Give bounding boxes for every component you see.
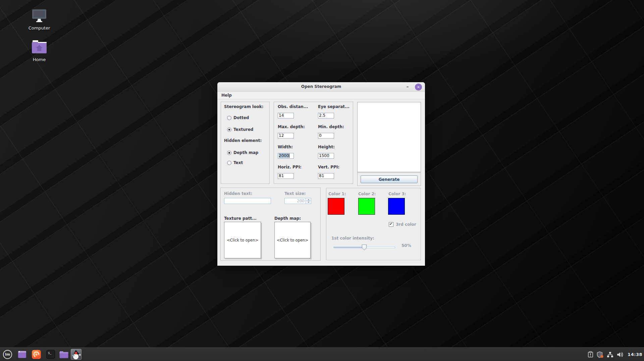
vert-ppi-value: 81	[319, 173, 324, 178]
color2-label: Color 2:	[358, 192, 376, 196]
horiz-ppi-value: 81	[279, 173, 284, 178]
radio-textured-label[interactable]: Textured	[233, 127, 253, 132]
color-panel: Color 1: Color 2: Color 3: 3rd color 1st…	[326, 188, 421, 260]
slider-thumb-face	[362, 245, 367, 250]
max-depth-label: Max. depth:	[278, 124, 305, 129]
window-content: Stereogram look: Dotted Textured Hidden …	[217, 100, 425, 266]
text-size-label: Text size:	[284, 191, 306, 196]
height-label: Height:	[318, 145, 335, 149]
titlebar[interactable]: Open Stereogram – ✕	[217, 82, 425, 92]
radio-dotted-label[interactable]: Dotted	[233, 115, 249, 120]
text-size-value: 200	[285, 198, 306, 204]
java-duke-icon	[71, 349, 81, 359]
terminal-launcher[interactable]: $_	[46, 350, 55, 359]
computer-icon	[31, 9, 47, 23]
open-stereogram-window: Open Stereogram – ✕ Help Stereogram look…	[217, 82, 425, 266]
java-stereogram-app-button[interactable]	[71, 349, 82, 360]
color1-swatch[interactable]	[328, 198, 344, 215]
clock[interactable]: 14:38	[627, 352, 642, 357]
color1-label: Color 1:	[328, 192, 346, 196]
color3-label: Color 3:	[388, 192, 406, 196]
depth-map-placeholder: <Click to open>	[277, 238, 308, 243]
mint-logo-icon: lm	[5, 352, 10, 357]
max-depth-value: 12	[279, 133, 284, 138]
menu-help[interactable]: Help	[220, 93, 233, 98]
text-size-spinner[interactable]: 200	[284, 198, 311, 204]
hidden-text-label: Hidden text:	[224, 191, 252, 196]
height-value: 1500	[319, 153, 329, 158]
spinner-buttons	[306, 198, 311, 204]
parameters-panel: Obs. distan... 14 Eye separat... 2.5 Max…	[274, 102, 353, 184]
slider-thumb[interactable]	[362, 245, 367, 250]
generate-container: Generate	[357, 172, 421, 186]
menubar: Help	[217, 92, 425, 99]
radio-depth-map[interactable]	[227, 151, 231, 155]
radio-dotted[interactable]	[227, 116, 231, 120]
home-folder-icon	[31, 40, 47, 54]
texture-pattern-label: Texture patt...	[224, 216, 257, 221]
eye-separation-field[interactable]: 2.5	[318, 113, 334, 118]
desktop-icon-computer[interactable]: Computer	[28, 9, 51, 31]
obs-distance-label: Obs. distan...	[278, 104, 308, 109]
firefox-launcher[interactable]	[32, 350, 41, 359]
hidden-element-title: Hidden element:	[224, 138, 262, 143]
radio-text-label[interactable]: Text	[233, 160, 243, 165]
horiz-ppi-label: Horiz. PPI:	[278, 165, 302, 169]
width-label: Width:	[278, 145, 293, 149]
third-color-checkbox[interactable]	[389, 222, 393, 227]
min-depth-label: Min. depth:	[318, 124, 344, 129]
taskbar: lm $_	[0, 347, 644, 361]
min-depth-field[interactable]: 0	[318, 133, 334, 139]
color3-swatch[interactable]	[388, 198, 405, 215]
spinner-up-button[interactable]	[306, 198, 311, 201]
texture-pattern-placeholder: <Click to open>	[227, 238, 258, 243]
color2-swatch[interactable]	[358, 198, 375, 215]
horiz-ppi-field[interactable]: 81	[278, 173, 294, 179]
update-manager-icon[interactable]	[588, 351, 593, 358]
window-title: Open Stereogram	[217, 84, 425, 89]
vert-ppi-field[interactable]: 81	[318, 173, 334, 179]
eye-separation-label: Eye separat...	[318, 104, 350, 109]
close-button[interactable]: ✕	[415, 84, 422, 91]
minimize-button[interactable]: –	[404, 84, 411, 90]
show-desktop-button[interactable]	[18, 351, 26, 358]
depth-map-open-box[interactable]: <Click to open>	[274, 222, 311, 258]
eye-separation-value: 2.5	[319, 113, 325, 118]
system-tray: 14:38	[588, 348, 642, 361]
depth-map-label: Depth map:	[274, 216, 301, 221]
security-shield-icon[interactable]	[596, 351, 604, 358]
max-depth-field[interactable]: 12	[278, 133, 294, 139]
network-icon[interactable]	[607, 352, 613, 358]
file-manager-launcher[interactable]	[59, 351, 68, 360]
text-caret	[289, 154, 289, 158]
terminal-icon: $_	[48, 351, 51, 355]
desktop: Computer Home Open Stereogram – ✕ Help S…	[0, 0, 644, 361]
obs-distance-value: 14	[279, 113, 284, 118]
slider-fill	[334, 247, 364, 248]
stereogram-look-panel: Stereogram look: Dotted Textured Hidden …	[221, 102, 270, 184]
width-field[interactable]: 2000	[278, 153, 294, 159]
radio-textured[interactable]	[227, 127, 231, 132]
obs-distance-field[interactable]: 14	[278, 113, 294, 118]
folder-icon	[59, 351, 68, 358]
firefox-icon	[32, 350, 41, 359]
spinner-down-button[interactable]	[306, 201, 311, 204]
intensity-value: 50%	[401, 243, 411, 248]
hidden-text-panel: Hidden text: Text size: 200 Texture patt…	[220, 188, 321, 261]
min-depth-value: 0	[319, 133, 322, 138]
preview-area	[357, 102, 421, 172]
desktop-icon-home[interactable]: Home	[28, 40, 51, 62]
desktop-icon-home-label: Home	[28, 57, 51, 62]
height-field[interactable]: 1500	[318, 153, 334, 159]
texture-pattern-open-box[interactable]: <Click to open>	[224, 222, 261, 258]
volume-icon[interactable]	[616, 352, 624, 358]
radio-depth-map-label[interactable]: Depth map	[233, 150, 258, 155]
third-color-label[interactable]: 3rd color	[396, 222, 416, 227]
stereogram-look-title: Stereogram look:	[224, 104, 264, 109]
mint-menu-button[interactable]: lm	[3, 350, 12, 359]
generate-button[interactable]: Generate	[361, 175, 418, 183]
desktop-icon-computer-label: Computer	[28, 25, 51, 31]
radio-text[interactable]	[227, 161, 231, 165]
intensity-slider[interactable]	[333, 245, 395, 251]
hidden-text-field[interactable]	[224, 198, 271, 204]
